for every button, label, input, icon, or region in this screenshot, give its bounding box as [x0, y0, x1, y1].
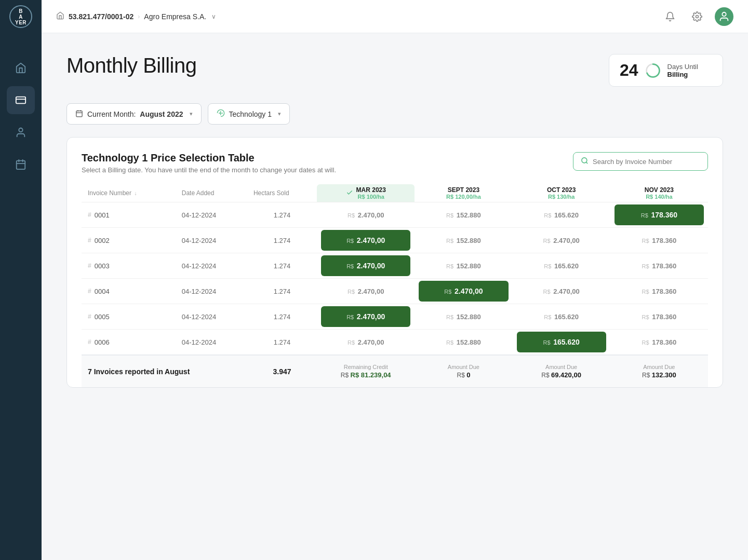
month-filter-chevron: ▾	[190, 111, 193, 117]
price-cell[interactable]: R$ 165.620	[513, 304, 610, 330]
notifications-button[interactable]	[661, 7, 679, 26]
price-cell[interactable]: R$ 2.470,00	[513, 228, 610, 253]
summary-sept-cell: Amount Due R$ 0	[415, 355, 512, 387]
days-ring-icon	[645, 62, 661, 79]
price-cell[interactable]: R$ 152.880	[415, 228, 512, 253]
summary-oct-cell: Amount Due R$ 69.420,00	[513, 355, 610, 387]
company-dropdown-chevron[interactable]: ∨	[211, 13, 216, 20]
svg-point-7	[696, 15, 699, 18]
invoice-id: 0005	[95, 313, 110, 321]
table-row: # 0001 04-12-2024 1.274 R$ 2.470,00 R$ 1…	[82, 202, 708, 228]
technology-filter-label: Technology 1	[229, 110, 272, 118]
svg-point-2	[19, 128, 22, 132]
col-header-invoice: Invoice Number ↓	[82, 184, 176, 202]
hectares-cell: 1.274	[247, 279, 317, 304]
sort-icon[interactable]: ↓	[134, 190, 137, 196]
price-cell[interactable]: R$ 178.360	[610, 253, 708, 279]
invoice-id: 0001	[95, 211, 110, 219]
topnav: 53.821.477/0001-02 › Agro Empresa S.A. ∨	[42, 0, 748, 33]
selected-col-indicator	[346, 189, 353, 198]
col-header-nov2023[interactable]: NOV 2023 R$ 140/ha	[610, 184, 708, 202]
table-row: # 0005 04-12-2024 1.274 R$ 2.470,00 R$ 1…	[82, 304, 708, 330]
price-cell[interactable]: R$ 165.620	[513, 253, 610, 279]
sidebar-nav	[0, 54, 42, 179]
home-icon[interactable]	[56, 11, 64, 22]
svg-point-8	[722, 12, 726, 16]
col-header-mar2023[interactable]: MAR 2023 R$ 100/ha	[317, 184, 415, 202]
price-cell[interactable]: R$ 152.880	[415, 330, 512, 356]
price-cell[interactable]: R$ 2.470,00	[317, 279, 415, 304]
page-content: Monthly Billing 24 Days Until Billing	[42, 33, 748, 560]
invoice-number-cell: # 0002	[82, 228, 176, 253]
price-cell[interactable]: R$ 152.880	[415, 253, 512, 279]
hectares-cell: 1.274	[247, 304, 317, 330]
sidebar-item-home[interactable]	[7, 54, 35, 82]
price-cell[interactable]: R$ 2.470,00	[317, 202, 415, 228]
sidebar-item-calendar[interactable]	[7, 151, 35, 179]
date-cell: 04-12-2024	[176, 228, 247, 253]
price-cell[interactable]: R$ 178.360	[610, 228, 708, 253]
breadcrumb-separator: ›	[138, 13, 140, 20]
price-cell[interactable]: R$ 178.360	[610, 304, 708, 330]
sidebar-item-billing[interactable]	[7, 86, 35, 114]
table-row: # 0002 04-12-2024 1.274 R$ 2.470,00 R$ 1…	[82, 228, 708, 253]
invoice-id: 0003	[95, 262, 110, 270]
summary-row: 7 Invoices reported in August 3.947 Rema…	[82, 355, 708, 387]
days-count: 24	[620, 61, 638, 80]
search-input[interactable]	[593, 158, 700, 166]
svg-line-16	[586, 162, 587, 163]
topnav-breadcrumb: 53.821.477/0001-02 › Agro Empresa S.A. ∨	[56, 11, 216, 22]
selected-price-cell[interactable]: R$ 2.470,00	[415, 279, 512, 304]
page-header: Monthly Billing 24 Days Until Billing	[66, 54, 723, 87]
hectares-cell: 1.274	[247, 202, 317, 228]
technology-filter-button[interactable]: Technology 1 ▾	[208, 103, 290, 125]
invoice-number-cell: # 0005	[82, 304, 176, 330]
selected-price-cell[interactable]: R$ 178.360	[610, 202, 708, 228]
sidebar-logo: BAYER	[0, 0, 42, 33]
user-avatar[interactable]	[715, 7, 733, 26]
selected-price-cell[interactable]: R$ 2.470,00	[317, 253, 415, 279]
svg-rect-3	[17, 161, 25, 170]
hectares-cell: 1.274	[247, 228, 317, 253]
tech-filter-chevron: ▾	[278, 111, 281, 117]
selected-price-cell[interactable]: R$ 2.470,00	[317, 228, 415, 253]
col-header-sept2023[interactable]: SEPT 2023 R$ 120,00/ha	[415, 184, 512, 202]
price-cell[interactable]: R$ 165.620	[513, 202, 610, 228]
summary-nov-cell: Amount Due R$ 132.300	[610, 355, 708, 387]
settings-button[interactable]	[688, 7, 706, 26]
search-wrapper[interactable]	[573, 152, 708, 171]
summary-mar-cell: Remaining Credit R$ R$ 81.239,04	[317, 355, 415, 387]
col-header-hectares: Hectars Sold	[247, 184, 317, 202]
price-cell[interactable]: R$ 178.360	[610, 279, 708, 304]
table-row: # 0006 04-12-2024 1.274 R$ 2.470,00 R$ 1…	[82, 330, 708, 356]
days-label: Days Until Billing	[667, 63, 698, 78]
svg-rect-0	[16, 97, 25, 104]
table-title-group: Technology 1 Price Selection Table Selec…	[82, 152, 336, 174]
table-subtitle: Select a Billing date. You have until th…	[82, 166, 336, 174]
hash-icon: #	[88, 338, 91, 346]
table-row: # 0003 04-12-2024 1.274 R$ 2.470,00 R$ 1…	[82, 253, 708, 279]
date-cell: 04-12-2024	[176, 279, 247, 304]
company-code: 53.821.477/0001-02	[69, 12, 133, 21]
month-filter-button[interactable]: Current Month: August 2022 ▾	[66, 103, 202, 125]
price-cell[interactable]: R$ 178.360	[610, 330, 708, 356]
date-cell: 04-12-2024	[176, 253, 247, 279]
price-cell[interactable]: R$ 152.880	[415, 304, 512, 330]
date-cell: 04-12-2024	[176, 304, 247, 330]
invoice-number-cell: # 0006	[82, 330, 176, 356]
price-cell[interactable]: R$ 152.880	[415, 202, 512, 228]
sidebar-item-user[interactable]	[7, 118, 35, 146]
selected-price-cell[interactable]: R$ 2.470,00	[317, 304, 415, 330]
brand-logo: BAYER	[9, 5, 32, 28]
invoice-id: 0002	[95, 237, 110, 244]
sidebar: BAYER	[0, 0, 42, 560]
table-header-row: Technology 1 Price Selection Table Selec…	[82, 152, 708, 174]
price-cell[interactable]: R$ 2.470,00	[317, 330, 415, 356]
price-cell[interactable]: R$ 2.470,00	[513, 279, 610, 304]
search-icon	[581, 157, 589, 166]
page-title: Monthly Billing	[66, 54, 196, 77]
col-header-oct2023[interactable]: OCT 2023 R$ 130/ha	[513, 184, 610, 202]
summary-hectares: 3.947	[247, 355, 317, 387]
invoice-number-cell: # 0004	[82, 279, 176, 304]
selected-price-cell[interactable]: R$ 165.620	[513, 330, 610, 356]
